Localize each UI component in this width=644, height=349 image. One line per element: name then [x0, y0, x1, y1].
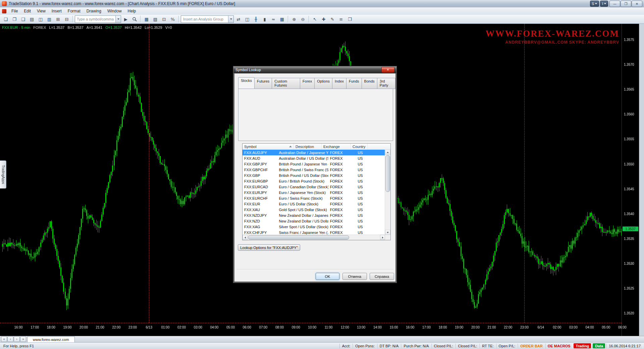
- drawing-tools-icon[interactable]: ✎: [328, 15, 336, 23]
- chart-grid-icon[interactable]: ▦: [278, 15, 286, 23]
- line-style-icon[interactable]: ≈: [269, 15, 277, 23]
- symbol-row[interactable]: FXX:AUD Australian Dollar / US Dollar (S…: [243, 155, 385, 161]
- column-header[interactable]: Exchange: [322, 144, 351, 150]
- close-button[interactable]: ✕: [632, 1, 642, 7]
- symbol-row[interactable]: FXX:GBPCHF British Pound / Swiss Franc (…: [243, 167, 385, 172]
- workspace-tab-active[interactable]: www.forex-warez.com: [27, 336, 75, 342]
- dialog-tab[interactable]: 3rd Party: [377, 78, 395, 89]
- prev-workspace-button[interactable]: ‹: [7, 336, 13, 342]
- scrollbar-thumb[interactable]: [385, 155, 390, 192]
- studies-icon[interactable]: ≡: [337, 15, 345, 23]
- maximize-button[interactable]: ❐: [621, 1, 631, 7]
- ohlc-bar-style-icon[interactable]: ╫: [252, 15, 260, 23]
- chevron-down-icon[interactable]: [228, 16, 233, 22]
- symbol-row[interactable]: FXX:NZDJPY New Zealand Dollar / Japanes.…: [243, 212, 385, 218]
- menu-item[interactable]: Window: [104, 8, 125, 14]
- ok-button[interactable]: OK: [316, 273, 339, 280]
- zoom-in-icon[interactable]: ⊕: [290, 15, 298, 23]
- time-axis: 16:0017:0018:0019:0020:0021:0022:0023:00…: [0, 326, 622, 331]
- format-window-icon[interactable]: ◫: [243, 15, 251, 23]
- status-segment[interactable]: Data: [593, 343, 605, 348]
- symbol-row[interactable]: FXX:GBP British Pound / US Dollar (Stock…: [243, 172, 385, 178]
- menu-item[interactable]: Help: [125, 8, 139, 14]
- minimize-button[interactable]: —: [609, 1, 620, 7]
- scroll-right-button[interactable]: [380, 235, 385, 240]
- symbol-command-input[interactable]: [75, 16, 115, 22]
- menu-item[interactable]: Insert: [49, 8, 65, 14]
- column-header[interactable]: Symbol: [243, 144, 294, 150]
- menu-item[interactable]: File: [8, 8, 21, 14]
- status-segment[interactable]: Trading: [574, 343, 592, 348]
- titlebar-i-button[interactable]: I: [600, 1, 608, 7]
- price-axis[interactable]: 1.35751.35701.35651.35601.35551.35501.35…: [622, 24, 639, 336]
- symbol-row[interactable]: FXX:GBPJPY British Pound / Japanese Yen …: [243, 161, 385, 167]
- zoom-out-icon[interactable]: ⊖: [299, 15, 307, 23]
- shortcut-bar-icon[interactable]: ⊟: [63, 15, 71, 23]
- scroll-down-button[interactable]: [385, 230, 390, 235]
- description-cell: Euro / British Pound (Stock): [277, 179, 328, 183]
- dialog-tab[interactable]: Stocks: [238, 77, 255, 89]
- data-window-icon[interactable]: ▦: [143, 15, 151, 23]
- first-workspace-button[interactable]: «: [1, 336, 7, 342]
- trading-apps-tab[interactable]: TradingApps: [0, 160, 6, 189]
- analysis-group-value[interactable]: Insert an Analysis Group: [181, 16, 228, 22]
- menu-item[interactable]: Format: [65, 8, 84, 14]
- chevron-down-icon[interactable]: [115, 16, 121, 22]
- symbol-row[interactable]: FXX:XAU Gold Spot / US Dollar (Stock) FO…: [243, 207, 385, 212]
- symbol-row[interactable]: FXX:XAG Silver Spot / US Dollar (Stock) …: [243, 224, 385, 230]
- scroll-up-button[interactable]: [385, 150, 390, 155]
- dialog-tab[interactable]: Forex: [300, 78, 315, 89]
- symbol-row[interactable]: FXX:CHFJPY Swiss Franc / Japanese Yen (.…: [243, 230, 385, 235]
- dialog-tab[interactable]: Custom Futures: [272, 78, 300, 89]
- dialog-tab[interactable]: Futures: [255, 78, 272, 89]
- order-bar-icon[interactable]: ⊞: [54, 15, 62, 23]
- dialog-tab[interactable]: Index: [332, 78, 346, 89]
- symbol-row[interactable]: FXX:EUR Euro / US Dollar (Stock) FOREX U…: [243, 201, 385, 207]
- scrollbar-corner: [385, 235, 390, 240]
- insert-analysis-icon[interactable]: ⇄: [234, 15, 243, 23]
- pointer-icon[interactable]: ↖: [311, 15, 319, 23]
- dialog-close-button[interactable]: ✕: [381, 67, 394, 73]
- save-workspace-icon[interactable]: ❑: [19, 15, 27, 23]
- percent-change-icon[interactable]: %: [169, 15, 177, 23]
- next-workspace-button[interactable]: ›: [14, 336, 20, 342]
- symbol-row[interactable]: FXX:EURJPY Euro / Japanese Yen (Stock) F…: [243, 190, 385, 195]
- symbol-row[interactable]: FXX:EURGBP Euro / British Pound (Stock) …: [243, 178, 385, 184]
- titlebar-s-button[interactable]: S: [590, 1, 599, 7]
- print-icon[interactable]: ▤: [28, 15, 36, 23]
- vertical-scrollbar[interactable]: [385, 150, 390, 235]
- window-switch-icon[interactable]: ❒: [346, 15, 354, 23]
- candlestick-style-icon[interactable]: ▮: [261, 15, 269, 23]
- dialog-tab[interactable]: Bonds: [362, 78, 377, 89]
- menu-item[interactable]: Drawing: [84, 8, 104, 14]
- page-setup-icon[interactable]: ▥: [45, 15, 53, 23]
- cancel-button[interactable]: Отмена: [342, 273, 367, 280]
- menu-item[interactable]: View: [34, 8, 49, 14]
- status-segment[interactable]: ORDER BAR: [518, 344, 545, 348]
- column-header[interactable]: Description: [294, 144, 322, 150]
- scrollbar-thumb[interactable]: [248, 235, 349, 240]
- symbol-go-button[interactable]: ▶: [122, 15, 130, 23]
- print-preview-icon[interactable]: ◫: [37, 15, 45, 23]
- symbol-row[interactable]: FXX:AUDJPY Australian Dollar / Japanese …: [243, 150, 385, 155]
- new-workspace-icon[interactable]: ❏: [2, 15, 10, 23]
- lookup-options-button[interactable]: Lookup Options for "FXX:AUDJPY": [238, 244, 300, 251]
- chart-scrollbar[interactable]: [639, 24, 644, 336]
- scroll-left-button[interactable]: [243, 235, 248, 240]
- status-segment[interactable]: OE MACROS: [545, 344, 573, 348]
- crosshair-icon[interactable]: ✚: [320, 15, 328, 23]
- quote-board-icon[interactable]: ▧: [151, 15, 159, 23]
- symbol-lookup-icon[interactable]: [130, 15, 139, 23]
- symbol-row[interactable]: FXX:EURCHF Euro / Swiss Franc (Stock) FO…: [243, 195, 385, 201]
- horizontal-scrollbar[interactable]: [243, 235, 385, 240]
- symbol-row[interactable]: FXX:NZD New Zealand Dollar / US Dolla...…: [243, 218, 385, 224]
- menu-item[interactable]: Edit: [21, 8, 34, 14]
- symbol-row[interactable]: FXX:EURCAD Euro / Canadian Dollar (Stock…: [243, 184, 385, 190]
- column-header[interactable]: Country: [351, 144, 368, 150]
- dialog-tab[interactable]: Options: [315, 78, 332, 89]
- open-workspace-icon[interactable]: ❐: [10, 15, 18, 23]
- help-button[interactable]: Справка: [370, 273, 394, 280]
- last-workspace-button[interactable]: »: [20, 336, 26, 342]
- matrix-window-icon[interactable]: ⊡: [160, 15, 168, 23]
- dialog-tab[interactable]: Funds: [346, 78, 362, 89]
